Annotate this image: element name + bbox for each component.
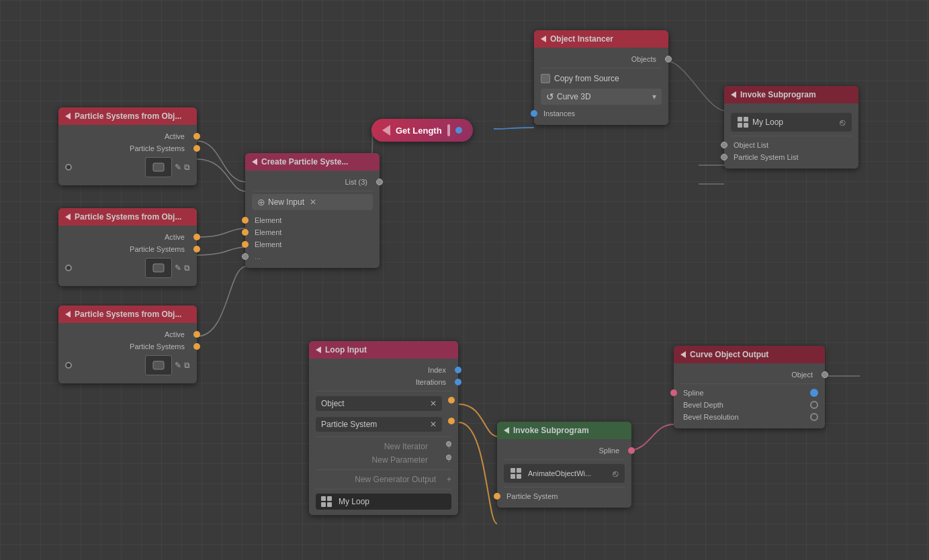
- particle-node-1: Particle Systems from Obj... Active Part…: [58, 107, 197, 185]
- particle-node-1-copy-icon[interactable]: ⧉: [184, 162, 190, 172]
- create-particle-collapse-icon[interactable]: [252, 158, 257, 165]
- particle-node-1-tools: ✎ ⧉: [65, 154, 190, 180]
- particle-node-2-copy-icon[interactable]: ⧉: [184, 263, 190, 273]
- ellipsis-port[interactable]: [242, 253, 249, 260]
- svg-rect-1: [153, 264, 164, 272]
- element-1-port[interactable]: [242, 217, 249, 224]
- new-input-button[interactable]: ⊕ New Input ✕: [252, 194, 373, 210]
- curve-3d-label: Curve 3D: [557, 92, 650, 101]
- element-3-label: Element: [255, 240, 281, 248]
- loop-input-ps-input[interactable]: Particle System ✕: [316, 417, 442, 432]
- particle-node-2-ps-port[interactable]: [193, 246, 200, 252]
- particle-node-3-edit-icon[interactable]: ✎: [175, 361, 181, 370]
- element-3-port[interactable]: [242, 241, 249, 248]
- particle-node-1-edit-icon[interactable]: ✎: [175, 162, 181, 172]
- particle-node-1-active-port[interactable]: [193, 133, 200, 140]
- particle-node-3-left-port[interactable]: [65, 362, 72, 369]
- loop-input-header: Loop Input: [309, 341, 458, 359]
- new-input-x-icon[interactable]: ✕: [310, 197, 316, 207]
- particle-node-3-copy-icon[interactable]: ⧉: [184, 361, 190, 370]
- objects-port[interactable]: [665, 56, 672, 62]
- loop-input-index-port[interactable]: [455, 367, 461, 373]
- loop-input-new-iterator[interactable]: New Iterator +: [316, 440, 451, 453]
- loop-input-ps-port[interactable]: [448, 418, 455, 424]
- invoke-subprogram-bottom-display: AnimateObjectWi... ⎋: [504, 464, 625, 483]
- loop-input-iterations-port[interactable]: [455, 379, 461, 385]
- instances-port[interactable]: [531, 110, 537, 117]
- create-particle-list-port[interactable]: [376, 179, 383, 185]
- particle-node-1-active-label: Active: [165, 132, 190, 140]
- particle-node-3-header: Particle Systems from Obj...: [58, 306, 197, 323]
- particle-node-3-active-port[interactable]: [193, 331, 200, 338]
- loop-input-node: Loop Input Index Iterations Object ✕ Par…: [309, 341, 458, 515]
- loop-input-object-port[interactable]: [448, 397, 455, 404]
- ist-object-list-port[interactable]: [721, 142, 727, 148]
- thumb-icon-3: [152, 360, 165, 371]
- ist-psl-port[interactable]: [721, 154, 727, 160]
- loop-input-object-x[interactable]: ✕: [430, 399, 437, 408]
- invoke-subprogram-top-header: Invoke Subprogram: [724, 86, 858, 103]
- invoke-subprogram-bottom-spline-label: Spline: [599, 447, 625, 455]
- invoke-subprogram-bottom-link-icon[interactable]: ⎋: [613, 468, 618, 479]
- coo-spline-left-port[interactable]: [670, 389, 677, 396]
- create-particle-list-label: List (3): [345, 178, 373, 186]
- loop-input-new-parameter[interactable]: New Parameter +: [316, 453, 451, 467]
- coo-bevel-depth-port[interactable]: [810, 401, 818, 409]
- particle-node-2-active-port[interactable]: [193, 234, 200, 240]
- loop-input-object-input[interactable]: Object ✕: [316, 396, 442, 411]
- li-sep4: [316, 489, 451, 489]
- isb-sep: [504, 459, 625, 460]
- new-iterator-port[interactable]: [446, 441, 451, 447]
- new-parameter-port[interactable]: [446, 455, 451, 460]
- loop-input-iterations-label: Iterations: [416, 378, 451, 386]
- copy-from-source-checkbox[interactable]: [541, 74, 550, 83]
- collapse-icon-3[interactable]: [65, 311, 71, 318]
- particle-node-2-edit-icon[interactable]: ✎: [175, 263, 181, 273]
- curve-object-output-spline-row: Spline: [680, 387, 818, 399]
- element-2-port[interactable]: [242, 229, 249, 236]
- collapse-icon-1[interactable]: [65, 113, 71, 120]
- invoke-subprogram-top-link-icon[interactable]: ⎋: [840, 117, 845, 128]
- coo-bevel-res-port[interactable]: [810, 413, 818, 421]
- particle-node-1-ps-port[interactable]: [193, 145, 200, 152]
- curve-object-output-bevel-res-row: Bevel Resolution: [680, 411, 818, 423]
- particle-node-1-title: Particle Systems from Obj...: [75, 111, 181, 121]
- particle-node-2-left-port[interactable]: [65, 265, 72, 271]
- object-instancer-collapse[interactable]: [541, 36, 546, 42]
- particle-node-1-left-port[interactable]: [65, 164, 72, 171]
- particle-node-3-ps-port[interactable]: [193, 343, 200, 350]
- loop-input-new-gen-output[interactable]: New Generator Output +: [316, 473, 451, 486]
- isb-ps-label: Particle System: [506, 492, 558, 500]
- particle-node-2-title: Particle Systems from Obj...: [75, 212, 181, 222]
- new-gen-output-plus-icon: +: [447, 475, 451, 484]
- isb-ps-port[interactable]: [494, 493, 500, 500]
- object-instancer-header: Object Instancer: [534, 30, 668, 48]
- curve-object-output-collapse[interactable]: [680, 351, 686, 358]
- invoke-subprogram-bottom-grid-icon: [511, 468, 521, 479]
- curve-3d-arrow: ▾: [652, 92, 656, 101]
- loop-input-collapse[interactable]: [316, 346, 321, 353]
- particle-node-2-active-label: Active: [165, 233, 190, 241]
- invoke-subprogram-bottom-spline-port[interactable]: [628, 447, 635, 454]
- li-sep1: [316, 391, 451, 391]
- particle-node-2-ps-row: Particle Systems: [65, 243, 190, 255]
- create-particle-sep: [252, 191, 373, 191]
- get-length-label: Get Length: [396, 126, 442, 136]
- get-length-node: Get Length: [371, 119, 473, 142]
- curve-3d-dropdown[interactable]: ↺ Curve 3D ▾: [541, 89, 662, 105]
- particle-node-3-ps-row: Particle Systems: [65, 340, 190, 353]
- thumb-icon: [152, 162, 165, 173]
- curve-object-output-object-port[interactable]: [822, 371, 828, 378]
- invoke-subprogram-top-collapse[interactable]: [731, 91, 736, 98]
- coo-spline-right-port[interactable]: [810, 389, 818, 397]
- invoke-subprogram-bottom-header: Invoke Subprogram: [497, 422, 631, 439]
- invoke-subprogram-top-loop-label: My Loop: [752, 118, 836, 127]
- invoke-subprogram-bottom-collapse[interactable]: [504, 427, 509, 434]
- create-particle-list-row: List (3): [252, 176, 373, 188]
- oi-sep: [541, 68, 662, 68]
- loop-input-ps-x[interactable]: ✕: [430, 420, 437, 429]
- loop-input-object-field: Object ✕: [316, 394, 451, 413]
- get-length-right-port[interactable]: [455, 127, 462, 134]
- collapse-icon-2[interactable]: [65, 214, 71, 220]
- invoke-subprogram-bottom-ps-row: Particle System: [504, 490, 625, 502]
